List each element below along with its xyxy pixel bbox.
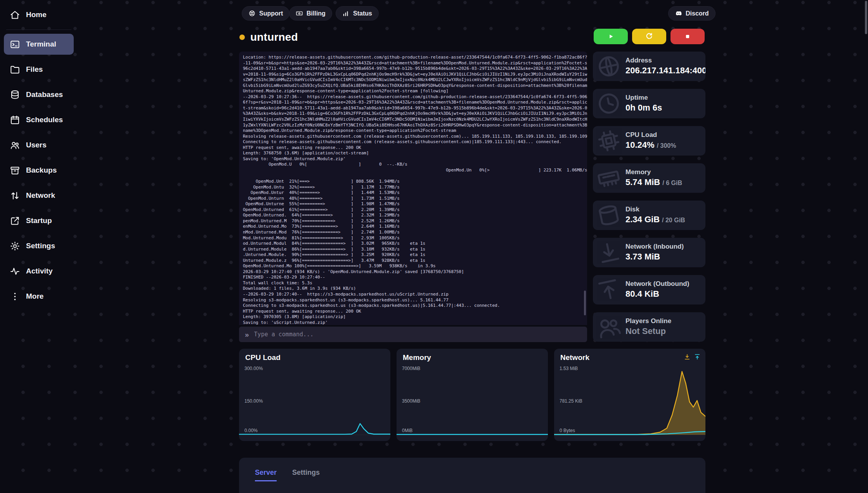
outbound-icon (594, 275, 624, 304)
memory-icon (594, 163, 624, 193)
command-bar: » (239, 327, 587, 342)
network-chart (554, 349, 705, 441)
sidebar-item-label: Files (26, 65, 43, 74)
y-tick: 781.25 KiB (560, 398, 582, 404)
stat-value: 80.4 KiB (625, 289, 659, 299)
y-tick: 0.00% (244, 428, 258, 433)
chart-badges (684, 353, 701, 360)
sidebar-item-label: Home (26, 10, 47, 19)
stop-icon (683, 32, 692, 41)
y-tick: 7000MiB (402, 366, 420, 371)
bar-chart-icon (342, 10, 350, 17)
tab-settings[interactable]: Settings (292, 469, 320, 481)
stat-card-network-inbound: Network (Inbound)3.73 MiB (593, 238, 705, 267)
sidebar-item-home[interactable]: Home (4, 4, 74, 25)
restart-icon (645, 32, 653, 41)
discord-icon (675, 10, 682, 17)
inbound-badge-icon (684, 353, 691, 360)
ellipsis-icon (10, 291, 20, 302)
console-scrollbar[interactable] (584, 291, 586, 315)
stat-label: Players Online (625, 317, 671, 325)
gear-icon (10, 241, 20, 251)
stat-label: CPU Load (625, 131, 657, 139)
calendar-icon (10, 115, 20, 125)
stat-value: 5.74 MiB/ 6 GiB (625, 177, 682, 187)
discord-button[interactable]: Discord (668, 6, 716, 21)
stat-suffix: / 300% (657, 142, 676, 149)
pill-label: Discord (686, 10, 709, 17)
sidebar-item-label: More (26, 292, 43, 301)
sidebar-item-label: Startup (26, 216, 52, 225)
folder-icon (10, 64, 20, 75)
launch-icon (10, 216, 20, 226)
inbound-icon (594, 238, 624, 267)
sidebar-item-network[interactable]: Network (4, 185, 74, 206)
start-button[interactable] (594, 29, 628, 44)
sidebar-item-schedules[interactable]: Schedules (4, 109, 74, 130)
server-title-row: unturned (239, 29, 298, 45)
pill-label: Support (259, 10, 283, 17)
sidebar-item-activity[interactable]: Activity (4, 261, 74, 282)
restart-button[interactable] (632, 29, 666, 44)
stat-suffix: / 20 GiB (662, 217, 685, 223)
banknote-icon (296, 10, 303, 17)
console-output: Location: https://release-assets.githubu… (239, 52, 587, 325)
chart-title: Network (560, 353, 589, 362)
stat-value: 10.24%/ 300% (625, 140, 676, 150)
sidebar-item-settings[interactable]: Settings (4, 235, 74, 256)
sidebar-item-startup[interactable]: Startup (4, 210, 74, 231)
stop-button[interactable] (670, 29, 705, 44)
chart-card-network: Network1.53 MiB781.25 KiB0 Bytes (554, 349, 705, 441)
stat-value: 2.34 GiB/ 20 GiB (625, 214, 685, 225)
sidebar-item-backups[interactable]: Backups (4, 160, 74, 181)
database-icon (10, 90, 20, 100)
stat-card-cpu-load: CPU Load10.24%/ 300% (593, 126, 705, 156)
sidebar-item-files[interactable]: Files (4, 59, 74, 80)
stat-value: 206.217.141.184:40000 (625, 66, 705, 76)
server-status-dot (239, 35, 245, 40)
sidebar-item-label: Users (26, 141, 47, 149)
sidebar-item-databases[interactable]: Databases (4, 84, 74, 105)
chart-title: Memory (403, 353, 431, 362)
sidebar-item-label: Network (26, 191, 55, 200)
y-tick: 0MiB (402, 428, 412, 433)
stat-card-uptime: Uptime0h 0m 6s (593, 89, 705, 118)
sidebar-item-terminal[interactable]: Terminal (4, 34, 74, 55)
stat-card-address: Address206.217.141.184:40000 (593, 52, 705, 81)
pill-label: Billing (307, 10, 326, 17)
support-button[interactable]: Support (242, 6, 289, 21)
status-button[interactable]: Status (336, 6, 379, 21)
billing-button[interactable]: Billing (289, 6, 332, 21)
stat-suffix: / 6 GiB (662, 180, 682, 186)
stat-label: Uptime (625, 94, 648, 102)
command-input[interactable] (254, 331, 581, 338)
page-scrollbar[interactable] (865, 1, 867, 34)
pulse-icon (10, 266, 20, 277)
stat-card-network-outbound: Network (Outbound)80.4 KiB (593, 275, 705, 304)
sidebar-item-more[interactable]: More (4, 286, 74, 307)
swap-arrows-icon (10, 190, 20, 201)
chart-title: CPU Load (245, 353, 281, 362)
memory-chart (397, 349, 548, 441)
stat-value: 0h 0m 6s (625, 103, 662, 113)
prompt-icon: » (245, 331, 249, 338)
cpu-icon (594, 126, 624, 156)
cpu-load-chart (239, 349, 390, 441)
y-tick: 150.00% (244, 398, 263, 404)
stat-label: Network (Outbound) (625, 280, 689, 288)
outbound-badge-icon (694, 353, 701, 360)
chart-card-memory: Memory7000MiB3500MiB0MiB (397, 349, 548, 441)
sidebar-item-label: Schedules (26, 116, 63, 124)
y-tick: 3500MiB (402, 398, 420, 404)
archive-icon (10, 165, 20, 176)
play-icon (606, 32, 615, 41)
lifebuoy-icon (248, 10, 256, 17)
console-panel[interactable]: Location: https://release-assets.githubu… (239, 52, 587, 325)
tab-server[interactable]: Server (255, 469, 277, 481)
chart-card-cpu-load: CPU Load300.00%150.00%0.00% (239, 349, 390, 441)
stat-value: 3.73 MiB (625, 252, 660, 262)
sidebar-item-users[interactable]: Users (4, 135, 74, 156)
stat-label: Disk (625, 206, 639, 213)
users-icon (10, 140, 20, 150)
globe-icon (594, 52, 624, 81)
